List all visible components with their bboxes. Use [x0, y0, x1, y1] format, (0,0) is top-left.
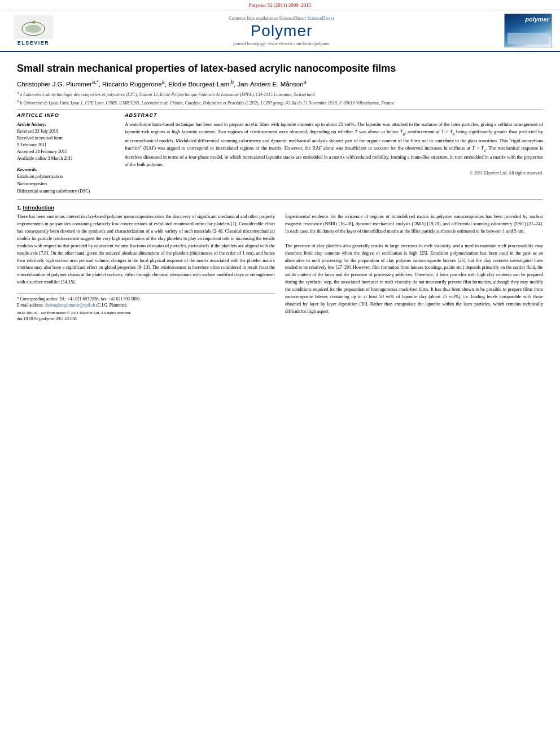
section-divider-body	[17, 199, 543, 200]
section-title-underline: Introduction	[23, 204, 54, 211]
journal-title: Polymer	[64, 22, 498, 40]
footnote-doi: doi:10.1016/j.polymer.2011.02.038	[17, 316, 275, 322]
accepted-date: Accepted 24 February 2011	[17, 148, 116, 155]
elsevier-text: ELSEVIER	[18, 40, 50, 46]
authors-line: Christopher J.G. Plummera,*, Riccardo Ru…	[17, 78, 543, 88]
available-date: Available online 3 March 2011	[17, 155, 116, 162]
keywords-label: Keywords:	[17, 167, 116, 172]
contents-line: Contents lists available at ScienceDirec…	[64, 15, 498, 21]
article-title: Small strain mechanical properties of la…	[17, 62, 543, 75]
footnote-section: * Corresponding author. Tel.: +41 021 69…	[17, 293, 275, 322]
keywords-section: Keywords: Emulsion polymerization Nanoco…	[17, 167, 116, 195]
journal-center-info: Contents lists available at ScienceDirec…	[59, 15, 504, 46]
article-info-header: ARTICLE INFO	[17, 112, 116, 118]
received-date: Received 23 July 2010	[17, 128, 116, 135]
article-info-panel: ARTICLE INFO Article history: Received 2…	[17, 112, 116, 195]
top-bar: Polymer 52 (2011) 2009–2015	[0, 0, 560, 10]
abstract-header: ABSTRACT	[125, 112, 543, 118]
body-section: 1. Introduction There has been enormous …	[17, 204, 543, 322]
svg-point-3	[25, 25, 41, 33]
body-col-right: Experimental evidence for the existence …	[285, 213, 543, 322]
volume-info: Polymer 52 (2011) 2009–2015	[249, 2, 311, 8]
info-abstract-area: ARTICLE INFO Article history: Received 2…	[17, 112, 543, 195]
affiliation-b: b b Université de Lyon, Univ. Lyon 1, CP…	[17, 98, 543, 106]
history-label: Article history:	[17, 121, 116, 127]
copyright-line: © 2011 Elsevier Ltd. All rights reserved…	[125, 171, 543, 176]
footnote-issn: 0032-3861/$ – see front matter © 2011 El…	[17, 310, 275, 316]
section-divider-top	[17, 109, 543, 110]
sciencedirect-link[interactable]: ScienceDirect	[307, 15, 334, 21]
main-content: Small strain mechanical properties of la…	[0, 52, 560, 327]
journal-header: 🌿 ELSEVIER Contents lists available at S…	[0, 10, 560, 52]
body-col-left: There has been enormous interest in clay…	[17, 213, 275, 322]
received-revised-date: 9 February 2011	[17, 142, 116, 148]
abstract-panel: ABSTRACT A waterborne latex-based techni…	[125, 112, 543, 195]
two-column-body: There has been enormous interest in clay…	[17, 213, 543, 322]
journal-homepage: journal homepage: www.elsevier.com/locat…	[64, 41, 498, 46]
section-heading: 1. Introduction	[17, 204, 543, 211]
abstract-text: A waterborne latex-based technique has b…	[125, 121, 543, 168]
polymer-logo-box: polymer	[504, 14, 552, 47]
keyword-2: Nanocomposites	[17, 181, 116, 188]
received-revised-label: Received in revised form	[17, 135, 116, 142]
keyword-3: Differential scanning calorimetry (DSC)	[17, 188, 116, 195]
footnote-corresponding: * Corresponding author. Tel.: +41 021 69…	[17, 296, 275, 302]
affiliation-a: a a Laboratoire de technologie des compo…	[17, 90, 543, 98]
keyword-1: Emulsion polymerization	[17, 173, 116, 181]
elsevier-logo: 🌿 ELSEVIER	[8, 15, 59, 46]
footnote-email: E-mail address: christopher.plummer@epfl…	[17, 302, 275, 308]
